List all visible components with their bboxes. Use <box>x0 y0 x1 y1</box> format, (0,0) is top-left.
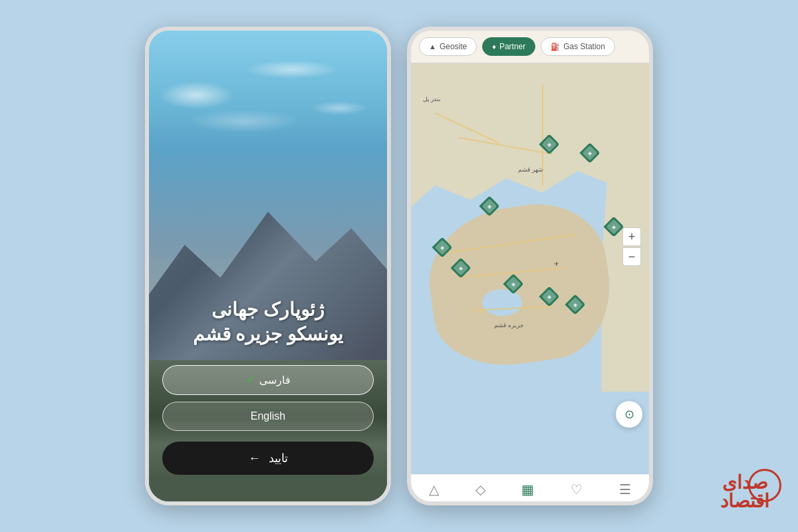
nav-menu-icon: ☰ <box>619 481 631 497</box>
marker-9-inner: ◈ <box>435 240 450 255</box>
app-title: ژئوپارک جهانی یونسکو جزیره قشم <box>193 299 344 345</box>
tab-partner[interactable]: ♦ Partner <box>482 37 535 56</box>
zoom-controls: + − <box>622 227 641 266</box>
language-options: ✓ فارسی English <box>162 365 374 431</box>
geosite-icon: ▲ <box>429 43 436 51</box>
map-area: ◈ ◈ ◈ ◈ ◈ ◈ ◈ ◈ ◈ <box>411 63 649 474</box>
app-title-line1: ژئوپارک جهانی <box>193 299 344 321</box>
right-phone: ▲ Geosite ♦ Partner ⛽ Gas Station <box>407 27 653 505</box>
marker-7-inner: ◈ <box>542 289 557 304</box>
nav-partners-icon: ◇ <box>475 481 485 497</box>
main-container: ژئوپارک جهانی یونسکو جزیره قشم ✓ فارسی E… <box>0 0 798 532</box>
farsi-label: فارسی <box>259 374 291 386</box>
app-title-line2: یونسکو جزیره قشم <box>193 323 344 345</box>
marker-1-inner: ◈ <box>542 137 557 152</box>
marker-4[interactable]: ◈ <box>603 216 624 237</box>
gas-station-label: Gas Station <box>563 42 605 51</box>
center-label: شهر قشم <box>518 166 543 173</box>
marker-9[interactable]: ◈ <box>432 237 452 257</box>
tab-geosite[interactable]: ▲ Geosite <box>419 37 477 56</box>
location-button[interactable]: ⊙ <box>616 401 642 428</box>
marker-8-inner: ◈ <box>568 297 583 312</box>
left-phone: ژئوپارک جهانی یونسکو جزیره قشم ✓ فارسی E… <box>145 27 391 505</box>
nav-map[interactable]: ▦ <box>521 481 534 497</box>
watermark-circle <box>748 469 781 502</box>
airport-label: ✈ <box>554 261 559 267</box>
partner-icon: ♦ <box>492 43 496 51</box>
marker-2[interactable]: ◈ <box>579 142 600 163</box>
english-label: English <box>251 410 285 422</box>
marker-2-inner: ◈ <box>583 146 597 160</box>
north-label: بندر پل <box>423 96 442 102</box>
nav-favorites[interactable]: ♡ <box>571 481 583 497</box>
island-label: جزیره قشم <box>494 322 524 329</box>
lang-farsi-btn[interactable]: ✓ فارسی <box>162 365 374 395</box>
gas-station-icon: ⛽ <box>551 43 560 51</box>
nav-menu[interactable]: ☰ <box>619 481 631 497</box>
phone-left-content: ژئوپارک جهانی یونسکو جزیره قشم ✓ فارسی E… <box>149 31 387 501</box>
marker-6-inner: ◈ <box>506 277 521 291</box>
marker-4-inner: ◈ <box>606 219 621 234</box>
confirm-arrow-icon: ← <box>249 452 261 466</box>
nav-partners[interactable]: ◇ <box>475 481 485 497</box>
nav-favorites-icon: ♡ <box>571 481 583 497</box>
watermark: صدای اقتصاد <box>705 466 785 519</box>
marker-5-inner: ◈ <box>454 261 468 275</box>
nav-map-icon: ▦ <box>521 481 534 497</box>
nav-geosites[interactable]: △ <box>429 481 439 497</box>
lagoon-1 <box>482 289 522 316</box>
confirm-label: تایید <box>269 451 288 466</box>
marker-7[interactable]: ◈ <box>539 286 559 307</box>
tab-gas-station[interactable]: ⛽ Gas Station <box>541 37 615 56</box>
zoom-out-button[interactable]: − <box>622 247 641 266</box>
map-header: ▲ Geosite ♦ Partner ⛽ Gas Station <box>411 31 649 63</box>
partner-label: Partner <box>499 42 525 51</box>
confirm-button[interactable]: تایید ← <box>162 442 374 475</box>
map-bottom-nav: △ ◇ ▦ ♡ ☰ <box>411 474 649 501</box>
marker-3-inner: ◈ <box>482 199 497 213</box>
nav-geosites-icon: △ <box>429 481 439 497</box>
zoom-in-button[interactable]: + <box>622 227 641 246</box>
geosite-label: Geosite <box>440 42 467 51</box>
lang-english-btn[interactable]: English <box>162 402 374 431</box>
check-icon: ✓ <box>245 374 254 386</box>
location-icon: ⊙ <box>624 407 634 422</box>
